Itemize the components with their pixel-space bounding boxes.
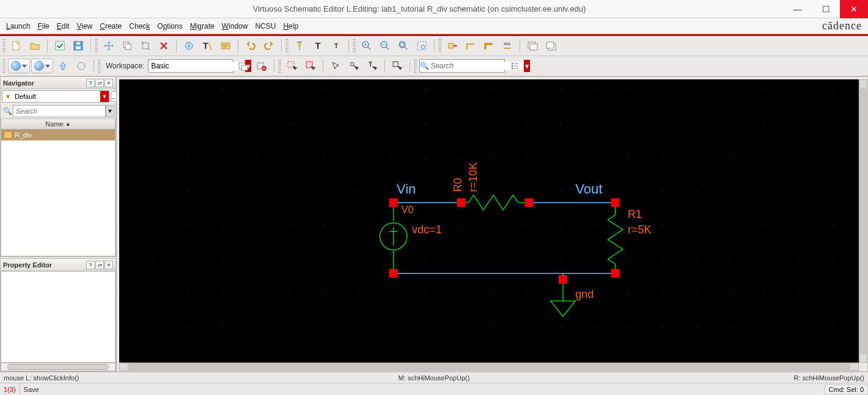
- toolbar-grip[interactable]: [278, 59, 281, 73]
- canvas-vscrollbar[interactable]: [859, 79, 867, 363]
- copy-button[interactable]: [119, 38, 136, 54]
- toolbar-grip[interactable]: [2, 39, 6, 53]
- move-button[interactable]: [100, 38, 117, 54]
- wire-narrow-button[interactable]: [462, 38, 479, 54]
- filter-combo[interactable]: ▾ ▼: [2, 90, 109, 103]
- help-icon[interactable]: ?: [86, 79, 95, 87]
- menu-window[interactable]: Window: [222, 22, 248, 31]
- svg-rect-55: [524, 198, 533, 207]
- text-button[interactable]: T: [199, 38, 216, 54]
- menu-create[interactable]: Create: [100, 22, 122, 31]
- dropdown-icon[interactable]: ▼: [100, 91, 109, 102]
- tree-column-header[interactable]: Name ▲: [1, 118, 116, 129]
- ws-delete-button[interactable]: [253, 58, 270, 74]
- cursor-t-button[interactable]: T: [364, 58, 381, 74]
- toolbar-grip[interactable]: [95, 39, 98, 53]
- ws-save-button[interactable]: [235, 58, 252, 74]
- zoom-in-button[interactable]: [358, 38, 375, 54]
- workspace-combo[interactable]: ▼: [148, 59, 234, 73]
- menu-help[interactable]: Help: [283, 22, 298, 31]
- nav-fwd-button[interactable]: [31, 59, 53, 73]
- label-r1: R1: [628, 208, 642, 220]
- close-icon[interactable]: ×: [105, 261, 113, 269]
- cursor-q-button[interactable]: [345, 58, 362, 74]
- funnel-icon: ▾: [2, 92, 13, 101]
- menu-ncsu[interactable]: NCSU: [255, 22, 276, 31]
- zoom-out-button[interactable]: [377, 38, 394, 54]
- svg-text:T: T: [315, 40, 320, 51]
- navigator-panel: Navigator ? ▱ × ▾ ▼ … 🔍 ▼: [0, 76, 116, 257]
- delete-button[interactable]: [155, 38, 172, 54]
- filter-input[interactable]: [13, 93, 100, 100]
- search-combo[interactable]: 🔍 ▼: [419, 59, 505, 73]
- property-editor-header[interactable]: Property Editor ? ▱ ×: [1, 259, 116, 271]
- instance-button[interactable]: [444, 38, 461, 54]
- menu-file[interactable]: File: [37, 22, 49, 31]
- tree-item-rdiv[interactable]: R_div: [1, 129, 115, 140]
- toolbar-grip[interactable]: [353, 39, 356, 53]
- new-file-button[interactable]: [8, 38, 25, 54]
- redo-button[interactable]: [260, 38, 278, 54]
- save-button[interactable]: [70, 38, 87, 54]
- nav-search-input[interactable]: [13, 105, 106, 117]
- open-folder-button[interactable]: [26, 38, 43, 54]
- pin-button[interactable]: [291, 38, 308, 54]
- undock-icon[interactable]: ▱: [95, 261, 104, 269]
- close-icon[interactable]: ×: [105, 79, 113, 87]
- nav-back-button[interactable]: [8, 59, 30, 73]
- toolbar-grip[interactable]: [414, 59, 417, 73]
- workspace-input[interactable]: [149, 62, 245, 70]
- select-button[interactable]: [284, 58, 301, 74]
- cursor-net-button[interactable]: [389, 58, 406, 74]
- workspace-label: Workspace:: [106, 62, 144, 70]
- navigator-header[interactable]: Navigator ? ▱ ×: [1, 77, 116, 89]
- menu-check[interactable]: Check: [129, 22, 150, 31]
- prop-hscrollbar[interactable]: [1, 363, 116, 371]
- svg-rect-3: [76, 46, 81, 49]
- search-icon: 🔍: [2, 107, 13, 115]
- note-button[interactable]: [217, 38, 234, 54]
- menu-options[interactable]: Options: [157, 22, 182, 31]
- text-large-button[interactable]: T: [309, 38, 326, 54]
- schematic-canvas[interactable]: Vin Vout V0 vdc=1 R0 r=10K R1 r=5K gnd: [119, 79, 859, 363]
- wire-wide-button[interactable]: [480, 38, 498, 54]
- status-count[interactable]: 1(3): [0, 383, 20, 395]
- properties-button[interactable]: i: [180, 38, 197, 54]
- toolbar-grip[interactable]: [98, 59, 101, 73]
- window-close-button[interactable]: ✕: [840, 0, 868, 18]
- zoom-select-button[interactable]: [413, 38, 430, 54]
- toolbar-grip[interactable]: [2, 59, 6, 73]
- dropdown-icon[interactable]: ▼: [106, 105, 114, 117]
- menu-launch[interactable]: Launch: [6, 22, 30, 31]
- canvas-hscrollbar[interactable]: [119, 363, 859, 371]
- wire-label-button[interactable]: abc: [499, 38, 516, 54]
- window-maximize-button[interactable]: ☐: [812, 0, 840, 18]
- undo-button[interactable]: [242, 38, 259, 54]
- help-icon[interactable]: ?: [86, 261, 95, 269]
- toolbar-grip[interactable]: [438, 39, 441, 53]
- label-v0: V0: [402, 204, 414, 215]
- nav-home-button[interactable]: [73, 58, 90, 74]
- svg-text:T: T: [334, 43, 338, 49]
- check-save-button[interactable]: [51, 38, 68, 54]
- tree-body[interactable]: R_div: [1, 129, 116, 256]
- menu-edit[interactable]: Edit: [57, 22, 70, 31]
- text-small-button[interactable]: T: [328, 38, 345, 54]
- undock-icon[interactable]: ▱: [95, 79, 104, 87]
- zoom-fit-button[interactable]: [395, 38, 412, 54]
- hierarchy-down-button[interactable]: [524, 38, 541, 54]
- menu-view[interactable]: View: [76, 22, 92, 31]
- toolbar-grip[interactable]: [285, 39, 289, 53]
- label-r0: R0: [452, 178, 464, 192]
- nav-up-button[interactable]: [54, 58, 72, 74]
- stretch-button[interactable]: [137, 38, 154, 54]
- cursor-point-button[interactable]: [327, 58, 344, 74]
- hierarchy-up-button[interactable]: [542, 38, 559, 54]
- window-minimize-button[interactable]: —: [784, 0, 812, 18]
- svg-rect-54: [457, 198, 466, 207]
- search-opts-button[interactable]: [506, 58, 523, 74]
- menu-migrate[interactable]: Migrate: [190, 22, 215, 31]
- select-all-button[interactable]: [302, 58, 319, 74]
- dropdown-icon[interactable]: ▼: [524, 60, 530, 72]
- property-body[interactable]: [1, 271, 116, 363]
